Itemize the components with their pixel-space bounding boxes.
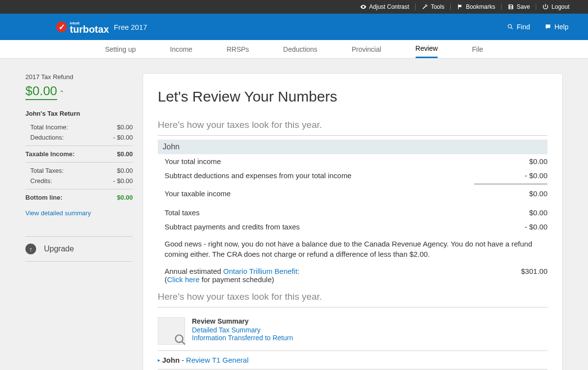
person-header: John [158, 140, 547, 154]
chevron-up-icon[interactable]: ⌃ [59, 89, 64, 97]
adjust-contrast-label: Adjust Contrast [369, 3, 409, 10]
person-review-row: ▸ John - Review T1 General [158, 350, 547, 370]
otb-row: Annual estimated Ontario Trillium Benefi… [158, 262, 547, 286]
page-title: Let's Review Your Numbers [158, 88, 547, 105]
main-nav: Setting up Income RRSPs Deductions Provi… [0, 40, 588, 59]
subtotal-divider [474, 184, 547, 185]
review-summary-title: Review Summary [192, 317, 293, 325]
save-label: Save [517, 3, 530, 10]
sb-total-taxes: Total Taxes:$0.00 [25, 165, 133, 176]
ontario-trillium-link[interactable]: Ontario Trillium Benefit [223, 267, 297, 275]
row-subtract-credits: Subtract payments and credits from taxes… [158, 220, 547, 234]
row-taxable-income: Your taxable income$0.00 [158, 186, 547, 201]
nav-rrsps[interactable]: RRSPs [227, 40, 249, 58]
info-transferred-link[interactable]: Information Transferred to Return [192, 334, 293, 342]
svg-point-0 [508, 24, 511, 28]
otb-suffix: : [297, 267, 299, 275]
sb-taxable-income: Taxable Income:$0.00 [25, 149, 133, 159]
detailed-tax-summary-link[interactable]: Detailed Tax Summary [192, 326, 293, 334]
refund-label: 2017 Tax Refund [25, 73, 133, 81]
row-subtract-deductions: Subtract deductions and expenses from yo… [158, 168, 547, 183]
sb-credits: Credits:- $0.00 [25, 176, 133, 186]
upgrade-button[interactable]: ↑ Upgrade [25, 236, 133, 262]
logout-link[interactable]: Logout [538, 3, 573, 10]
nav-file[interactable]: File [472, 40, 483, 58]
arrow-up-circle-icon: ↑ [25, 244, 36, 254]
upgrade-label: Upgrade [44, 245, 74, 253]
main-panel: Let's Review Your Numbers Here's how you… [143, 73, 563, 370]
bookmarks-label: Bookmarks [466, 3, 495, 10]
otb-prefix: Annual estimated [165, 267, 223, 275]
svg-point-1 [175, 335, 183, 342]
divider [415, 3, 416, 10]
otb-value: $301.00 [521, 267, 547, 284]
eye-icon [360, 3, 367, 10]
good-news-text: Good news - right now, you do not have a… [158, 234, 547, 262]
help-label: Help [554, 23, 568, 31]
sb-bottom-line: Bottom line:$0.00 [25, 192, 133, 203]
save-icon [507, 3, 514, 10]
person-review-sep: - [182, 356, 184, 364]
save-link[interactable]: Save [504, 3, 534, 10]
divider [450, 3, 451, 10]
help-link[interactable]: Help [545, 23, 568, 31]
search-icon [507, 23, 514, 30]
help-icon [545, 23, 551, 30]
sb-total-income: Total Income:$0.00 [25, 122, 133, 132]
refund-amount[interactable]: $0.00 [25, 83, 57, 100]
adjust-contrast-link[interactable]: Adjust Contrast [356, 3, 413, 10]
divider [25, 162, 133, 163]
nav-setting-up[interactable]: Setting up [105, 40, 136, 58]
logout-label: Logout [551, 3, 569, 10]
subhead-1: Here's how your taxes look for this year… [158, 120, 547, 136]
review-summary-box: Review Summary Detailed Tax Summary Info… [158, 311, 547, 350]
power-icon [542, 3, 549, 10]
bookmarks-link[interactable]: Bookmarks [453, 3, 499, 10]
magnifier-icon [174, 333, 187, 346]
find-link[interactable]: Find [507, 23, 530, 31]
logo-badge-icon: ✓ [56, 21, 67, 32]
tools-link[interactable]: Tools [418, 3, 448, 10]
wrench-icon [421, 3, 428, 10]
sidebar: 2017 Tax Refund $0.00 ⌃ John's Tax Retur… [25, 73, 143, 370]
subhead-2: Here's how your taxes look for this year… [158, 291, 547, 308]
tools-label: Tools [431, 3, 444, 10]
person-review-name: John [162, 356, 180, 364]
document-magnify-icon [158, 317, 185, 345]
flag-icon [457, 3, 463, 10]
return-owner-label: John's Tax Return [25, 110, 133, 117]
nav-provincial[interactable]: Provincial [352, 40, 381, 58]
expand-arrow-icon[interactable]: ▸ [158, 357, 160, 363]
nav-income[interactable]: Income [170, 40, 192, 58]
divider [501, 3, 502, 10]
top-utility-bar: Adjust Contrast Tools Bookmarks Save Log… [0, 0, 588, 14]
sb-deductions: Deductions:- $0.00 [25, 132, 133, 143]
nav-review[interactable]: Review [416, 40, 438, 58]
otb-schedule-text: for payment schedule) [200, 275, 274, 284]
row-total-income: Your total income$0.00 [158, 154, 547, 168]
find-label: Find [517, 23, 530, 31]
logo-main-label: turbotax [70, 25, 109, 33]
review-t1-link[interactable]: Review T1 General [186, 356, 249, 364]
logo-text: intuit turbotax [70, 21, 109, 33]
divider [536, 3, 536, 10]
view-detailed-summary-link[interactable]: View detailed summary [25, 209, 133, 217]
nav-deductions[interactable]: Deductions [283, 40, 317, 58]
divider [25, 189, 133, 189]
logo-edition-label: Free 2017 [114, 23, 147, 31]
row-total-taxes: Total taxes$0.00 [158, 206, 547, 220]
otb-click-here-link[interactable]: Click here [167, 275, 200, 284]
brand-header: ✓ intuit turbotax Free 2017 Find Help [0, 14, 588, 40]
divider [25, 145, 133, 146]
